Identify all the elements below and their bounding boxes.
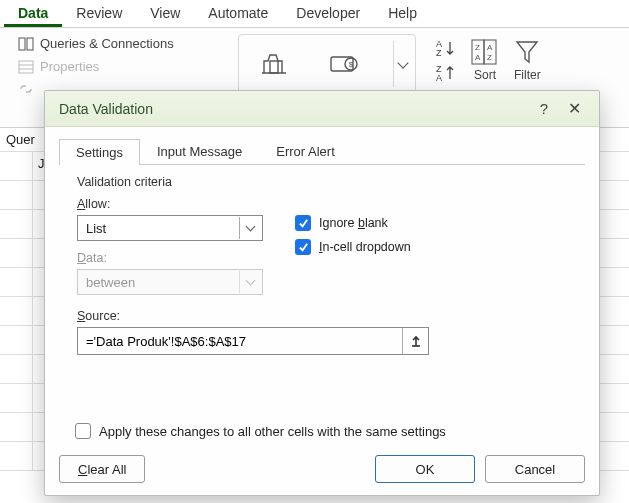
ribbon-tab-help[interactable]: Help [374,1,431,27]
sort-button[interactable]: ZAAZ Sort [470,38,500,82]
svg-text:A: A [436,73,442,83]
cancel-button[interactable]: Cancel [485,455,585,483]
properties-icon [18,60,34,74]
ribbon-tab-review[interactable]: Review [62,1,136,27]
allow-combobox[interactable]: List [77,215,263,241]
tab-settings[interactable]: Settings [59,139,140,165]
data-label: Data: [77,251,267,265]
tab-input-message[interactable]: Input Message [140,138,259,164]
tab-error-alert[interactable]: Error Alert [259,138,352,164]
svg-rect-0 [19,38,25,50]
properties-button[interactable]: Properties [14,57,214,76]
ignore-blank-checkbox[interactable]: Ignore blank [295,215,411,231]
data-validation-dialog: Data Validation ? ✕ Settings Input Messa… [44,90,600,496]
dialog-button-row: Clear All OK Cancel [59,455,585,483]
dialog-title: Data Validation [59,101,529,117]
sort-asc-button[interactable]: AZ [434,38,456,61]
svg-rect-2 [19,61,33,73]
svg-text:$: $ [349,60,354,69]
source-input-wrap [77,327,429,355]
validation-criteria-label: Validation criteria [77,175,567,189]
queries-connections-button[interactable]: Queries & Connections [14,34,214,53]
properties-label: Properties [40,59,99,74]
data-combobox: between [77,269,263,295]
svg-text:A: A [487,43,493,52]
ribbon-tabs: Data Review View Automate Developer Help [0,0,629,28]
allow-dropdown-arrow[interactable] [239,217,261,239]
svg-text:Z: Z [436,48,442,58]
range-select-button[interactable] [402,328,428,354]
source-input[interactable] [78,334,402,349]
svg-text:Z: Z [487,53,492,62]
checkbox-checked-icon [295,239,311,255]
queries-connections-group: Queries & Connections Properties [14,34,214,98]
dialog-close-button[interactable]: ✕ [559,99,589,118]
filter-button[interactable]: Filter [514,38,541,82]
svg-text:A: A [475,53,481,62]
sort-filter-group: AZ ZA ZAAZ Sort Filter [434,34,541,86]
checkbox-empty-icon [75,423,91,439]
queries-connections-label: Queries & Connections [40,36,174,51]
chevron-down-icon [246,276,256,286]
checkbox-checked-icon [295,215,311,231]
ribbon-tab-developer[interactable]: Developer [282,1,374,27]
incell-dropdown-label: In-cell dropdown [319,240,411,254]
apply-all-label: Apply these changes to all other cells w… [99,424,446,439]
chevron-down-icon [246,222,256,232]
dialog-help-button[interactable]: ? [529,100,559,117]
stocks-button[interactable] [257,47,291,81]
ribbon-tab-view[interactable]: View [136,1,194,27]
ribbon-tab-automate[interactable]: Automate [194,1,282,27]
data-dropdown-arrow [239,271,261,293]
dialog-tabs: Settings Input Message Error Alert [59,137,585,165]
svg-rect-1 [27,38,33,50]
allow-label: Allow: [77,197,267,211]
data-types-group: $ [238,34,416,94]
sort-label: Sort [474,68,496,82]
svg-rect-5 [270,61,278,73]
ignore-blank-label: Ignore blank [319,216,388,230]
clear-all-button[interactable]: Clear All [59,455,145,483]
links-icon [18,82,34,96]
apply-all-checkbox[interactable]: Apply these changes to all other cells w… [75,423,446,439]
currencies-button[interactable]: $ [327,47,361,81]
source-label: Source: [77,309,567,323]
ribbon-tab-data[interactable]: Data [4,1,62,27]
dialog-titlebar[interactable]: Data Validation ? ✕ [45,91,599,127]
queries-icon [18,37,34,51]
sort-desc-button[interactable]: ZA [434,63,456,86]
ok-button[interactable]: OK [375,455,475,483]
allow-value: List [86,221,106,236]
svg-text:Z: Z [475,43,480,52]
data-types-dropdown[interactable] [393,41,411,87]
chevron-down-icon [397,57,408,68]
incell-dropdown-checkbox[interactable]: In-cell dropdown [295,239,411,255]
data-value: between [86,275,135,290]
filter-label: Filter [514,68,541,82]
